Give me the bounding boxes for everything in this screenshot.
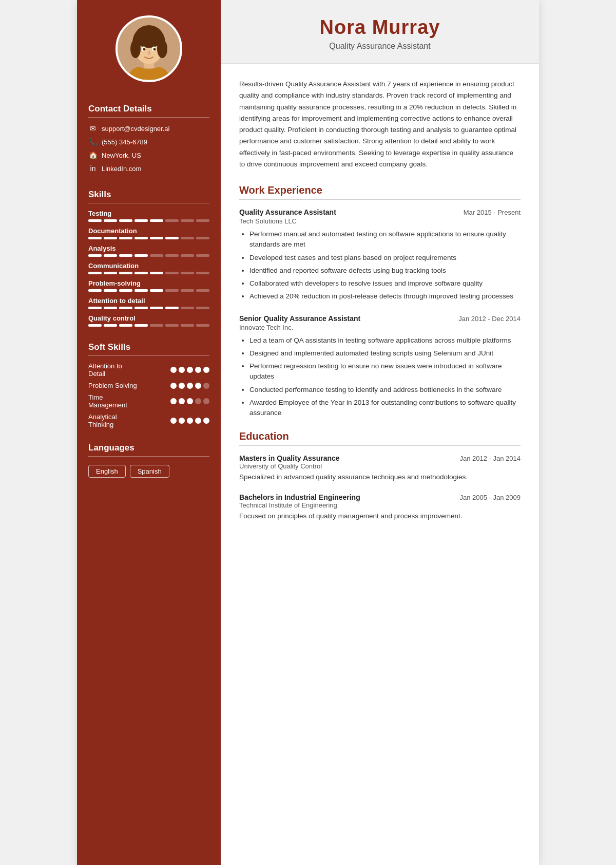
contact-location: NewYork, US: [102, 152, 141, 159]
content-body: Results-driven Quality Assurance Assista…: [221, 64, 539, 532]
contact-linkedin-item: in LinkedIn.com: [88, 164, 141, 173]
bullet-item: Awarded Employee of the Year in 2013 for…: [249, 398, 521, 419]
edu-degree: Bachelors in Industrial Engineering: [239, 493, 360, 501]
job-company: Tech Solutions LLC: [239, 217, 521, 225]
job-bullets: Performed manual and automated testing o…: [239, 229, 521, 302]
job-bullets: Led a team of QA assistants in testing s…: [239, 335, 521, 419]
summary-text: Results-driven Quality Assurance Assista…: [239, 79, 521, 170]
soft-skill-item: Attention toDetail: [88, 362, 209, 378]
svg-point-6: [157, 40, 167, 58]
job-header: Senior Quality Assurance Assistant Jan 2…: [239, 314, 521, 323]
skill-item: Testing: [88, 210, 209, 222]
edu-date: Jan 2005 - Jan 2009: [459, 494, 521, 501]
job-date: Jan 2012 - Dec 2014: [458, 315, 521, 323]
edu-date: Jan 2012 - Jan 2014: [459, 455, 521, 462]
job-block: Senior Quality Assurance Assistant Jan 2…: [239, 314, 521, 419]
candidate-name: Nora Murray: [239, 16, 521, 39]
skill-item: Communication: [88, 262, 209, 274]
edu-school: Technical Institute of Engineering: [239, 501, 521, 509]
contact-phone-item: 📞 (555) 345-6789: [88, 137, 147, 146]
main-content: Nora Murray Quality Assurance Assistant …: [221, 0, 539, 865]
edu-header: Masters in Quality Assurance Jan 2012 - …: [239, 454, 521, 462]
svg-point-9: [143, 48, 146, 51]
contact-divider: [88, 117, 209, 118]
bullet-item: Achieved a 20% reduction in post-release…: [249, 291, 521, 302]
job-block: Quality Assurance Assistant Mar 2015 - P…: [239, 208, 521, 302]
edu-desc: Specialized in advanced quality assuranc…: [239, 472, 521, 482]
job-title: Senior Quality Assurance Assistant: [239, 314, 360, 323]
education-heading: Education: [239, 430, 521, 442]
education-divider: [239, 445, 521, 446]
edu-block: Bachelors in Industrial Engineering Jan …: [239, 493, 521, 521]
lang-spanish: Spanish: [130, 465, 169, 478]
contact-location-item: 🏠 NewYork, US: [88, 151, 141, 160]
work-experience-heading: Work Experience: [239, 184, 521, 196]
edu-desc: Focused on principles of quality managem…: [239, 511, 521, 521]
bullet-item: Led a team of QA assistants in testing s…: [249, 335, 521, 346]
skills-section-title: Skills: [88, 190, 111, 200]
bullet-item: Conducted performance testing to identif…: [249, 385, 521, 395]
skills-divider: [88, 203, 209, 203]
bullet-item: Identified and reported software defects…: [249, 266, 521, 276]
email-icon: ✉: [88, 124, 98, 133]
edu-degree: Masters in Quality Assurance: [239, 454, 340, 462]
sidebar: Contact Details ✉ support@cvdesigner.ai …: [77, 0, 221, 865]
soft-skill-item: TimeManagement: [88, 393, 209, 409]
soft-skills-section-title: Soft Skills: [88, 342, 130, 352]
candidate-title: Quality Assurance Assistant: [239, 42, 521, 51]
edu-header: Bachelors in Industrial Engineering Jan …: [239, 493, 521, 501]
skill-item: Analysis: [88, 245, 209, 257]
languages-section-title: Languages: [88, 443, 134, 453]
job-title: Quality Assurance Assistant: [239, 208, 336, 216]
bullet-item: Performed regression testing to ensure n…: [249, 361, 521, 382]
location-icon: 🏠: [88, 151, 98, 160]
linkedin-icon: in: [88, 164, 98, 173]
skill-item: Attention to detail: [88, 297, 209, 309]
svg-point-5: [130, 40, 141, 58]
contact-linkedin: LinkedIn.com: [102, 165, 141, 173]
contact-section-title: Contact Details: [88, 104, 152, 114]
job-date: Mar 2015 - Present: [464, 209, 521, 216]
skill-item: Problem-solving: [88, 279, 209, 292]
work-experience-divider: [239, 199, 521, 200]
language-tags: English Spanish: [88, 465, 169, 478]
skill-item: Quality control: [88, 314, 209, 327]
soft-skills-divider: [88, 355, 209, 356]
avatar-wrap: [88, 15, 209, 82]
bullet-item: Collaborated with developers to resolve …: [249, 278, 521, 289]
bullet-item: Designed and implemented automated testi…: [249, 348, 521, 359]
languages-divider: [88, 456, 209, 457]
soft-skills-list: Attention toDetail Problem Solving TimeM…: [88, 362, 209, 432]
lang-english: English: [88, 465, 126, 478]
edu-school: University of Quality Control: [239, 462, 521, 470]
bullet-item: Developed test cases and test plans base…: [249, 253, 521, 263]
contact-phone: (555) 345-6789: [102, 138, 147, 146]
contact-email: support@cvdesigner.ai: [102, 125, 169, 133]
svg-point-10: [153, 48, 156, 51]
bullet-item: Performed manual and automated testing o…: [249, 229, 521, 250]
avatar: [116, 15, 182, 82]
soft-skill-item: Problem Solving: [88, 382, 209, 389]
edu-block: Masters in Quality Assurance Jan 2012 - …: [239, 454, 521, 482]
job-company: Innovate Tech Inc.: [239, 324, 521, 331]
job-header: Quality Assurance Assistant Mar 2015 - P…: [239, 208, 521, 216]
soft-skill-item: AnalyticalThinking: [88, 413, 209, 428]
contact-email-item: ✉ support@cvdesigner.ai: [88, 124, 169, 133]
skills-list: Testing Documentation Analysis Communica…: [88, 210, 209, 332]
skill-item: Documentation: [88, 227, 209, 239]
header-block: Nora Murray Quality Assurance Assistant: [221, 0, 539, 64]
resume-container: Contact Details ✉ support@cvdesigner.ai …: [77, 0, 539, 865]
phone-icon: 📞: [88, 137, 98, 146]
